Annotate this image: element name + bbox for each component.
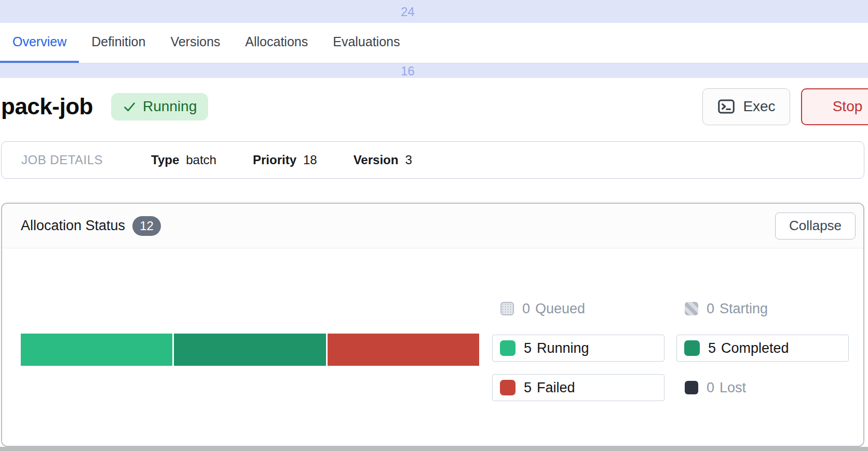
allocation-status-header: Allocation Status 12 Collapse	[2, 204, 863, 248]
status-badge: Running	[111, 93, 208, 121]
job-type-field: Type batch	[151, 153, 216, 167]
stop-button[interactable]: Stop	[801, 88, 868, 125]
running-count: 5	[524, 340, 532, 356]
job-version-label: Version	[354, 153, 399, 167]
job-tabbar: Overview Definition Versions Allocations…	[0, 23, 868, 63]
page-header: pack-job Running Exec Stop	[0, 78, 868, 135]
status-badge-label: Running	[143, 98, 197, 115]
legend-item-starting: 0 Starting	[676, 295, 849, 322]
job-type-value: batch	[186, 153, 216, 167]
stop-button-label: Stop	[833, 98, 863, 115]
tab-allocations-label: Allocations	[245, 34, 308, 49]
check-icon	[123, 100, 137, 114]
job-priority-label: Priority	[253, 153, 296, 167]
queued-count: 0	[522, 301, 530, 317]
completed-label: Completed	[721, 340, 789, 356]
tab-evaluations-label: Evaluations	[333, 34, 400, 49]
lost-label: Lost	[720, 380, 746, 396]
tab-evaluations[interactable]: Evaluations	[320, 23, 412, 63]
spacer-value-middle: 16	[401, 64, 432, 78]
tab-overview[interactable]: Overview	[0, 23, 79, 63]
spacer-value-top: 24	[401, 5, 432, 19]
job-details-panel: JOB DETAILS Type batch Priority 18 Versi…	[1, 141, 864, 179]
queued-label: Queued	[535, 301, 585, 317]
queued-swatch	[500, 302, 514, 315]
job-version-value: 3	[405, 153, 412, 167]
job-details-heading: JOB DETAILS	[21, 153, 115, 167]
starting-swatch	[685, 302, 698, 315]
starting-count: 0	[707, 301, 714, 317]
tab-allocations[interactable]: Allocations	[233, 23, 320, 63]
failed-label: Failed	[537, 380, 575, 396]
exec-button-label: Exec	[743, 98, 775, 115]
allocation-legend: 0 Queued 0 Starting 5 Running 5 Complete…	[492, 295, 849, 401]
bottom-edge-strip	[0, 447, 868, 451]
starting-label: Starting	[720, 301, 768, 317]
legend-item-running[interactable]: 5 Running	[492, 335, 664, 362]
bar-segment-failed[interactable]	[328, 334, 479, 366]
tab-definition-label: Definition	[91, 34, 145, 49]
tab-versions-label: Versions	[170, 34, 220, 49]
completed-swatch	[684, 340, 700, 356]
allocation-chart-area: 0 Queued 0 Starting 5 Running 5 Complete…	[2, 248, 863, 447]
terminal-icon	[717, 97, 736, 116]
completed-count: 5	[708, 340, 716, 356]
job-priority-value: 18	[303, 153, 317, 167]
job-overview-page: 24 Overview Definition Versions Allocati…	[0, 0, 868, 451]
exec-button[interactable]: Exec	[702, 88, 790, 125]
spacer-annotation-top: 24	[0, 0, 868, 23]
allocation-status-panel: Allocation Status 12 Collapse 0 Queued 0…	[1, 203, 864, 447]
lost-count: 0	[707, 380, 714, 396]
spacer-annotation-middle: 16	[0, 63, 868, 78]
legend-item-queued: 0 Queued	[492, 295, 664, 322]
lost-swatch	[685, 381, 698, 394]
tab-overview-label: Overview	[12, 34, 66, 49]
allocation-count-badge: 12	[132, 216, 161, 236]
bar-segment-completed[interactable]	[174, 334, 326, 366]
failed-swatch	[500, 380, 516, 395]
allocation-status-title: Allocation Status	[21, 218, 125, 234]
legend-item-failed[interactable]: 5 Failed	[492, 374, 664, 401]
tab-definition[interactable]: Definition	[79, 23, 158, 63]
tab-versions[interactable]: Versions	[158, 23, 233, 63]
job-priority-field: Priority 18	[253, 153, 317, 167]
running-label: Running	[537, 340, 589, 356]
page-title: pack-job	[1, 94, 93, 120]
running-swatch	[500, 340, 516, 356]
collapse-button[interactable]: Collapse	[775, 213, 856, 240]
legend-item-completed[interactable]: 5 Completed	[676, 335, 849, 362]
job-type-label: Type	[151, 153, 179, 167]
allocation-bar	[21, 334, 479, 366]
failed-count: 5	[524, 380, 532, 396]
job-version-field: Version 3	[354, 153, 412, 167]
bar-segment-running[interactable]	[21, 334, 172, 366]
legend-item-lost: 0 Lost	[676, 374, 849, 401]
